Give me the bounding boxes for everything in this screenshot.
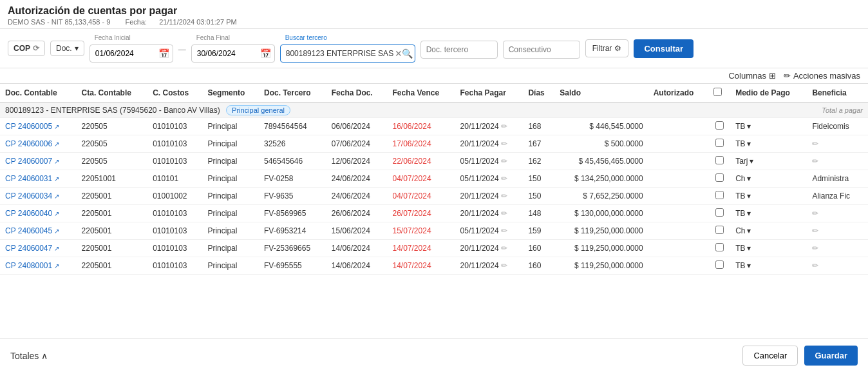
row-checkbox[interactable] — [715, 260, 724, 269]
calendar-icon-2[interactable]: 📅 — [260, 48, 271, 59]
cell-beneficia[interactable]: Fideicomis — [807, 118, 868, 135]
cell-medio-pago[interactable]: TB ▾ — [730, 205, 807, 222]
cell-doc-contable[interactable]: CP 24060040 ↗ — [0, 205, 77, 222]
cell-doc-contable[interactable]: CP 24060031 ↗ — [0, 170, 77, 188]
chevron-down-icon[interactable]: ▾ — [747, 261, 751, 270]
chevron-down-icon[interactable]: ▾ — [747, 226, 751, 235]
row-checkbox[interactable] — [715, 243, 724, 251]
cell-fecha-pagar[interactable]: 05/11/2024 ✏ — [455, 153, 524, 170]
chevron-down-icon[interactable]: ▾ — [747, 139, 751, 148]
edit-fecha-pagar-icon[interactable]: ✏ — [501, 174, 507, 183]
cell-beneficia[interactable]: ✏ — [807, 257, 868, 275]
chevron-down-icon[interactable]: ▾ — [747, 191, 751, 201]
cell-medio-pago[interactable]: TB ▾ — [730, 188, 807, 205]
cell-checkbox[interactable] — [708, 170, 730, 188]
cell-fecha-pagar[interactable]: 05/11/2024 ✏ — [455, 170, 524, 188]
cell-beneficia[interactable]: ✏ — [807, 135, 868, 153]
cell-medio-pago[interactable]: TB ▾ — [730, 135, 807, 153]
row-checkbox[interactable] — [715, 226, 724, 234]
row-checkbox[interactable] — [715, 191, 724, 199]
row-checkbox[interactable] — [715, 121, 724, 130]
cell-fecha-pagar[interactable]: 20/11/2024 ✏ — [455, 205, 524, 222]
cell-medio-pago[interactable]: Ch ▾ — [730, 222, 807, 240]
chevron-down-icon[interactable]: ▾ — [747, 122, 751, 131]
cell-fecha-pagar[interactable]: 20/11/2024 ✏ — [455, 240, 524, 257]
doc-contable-link[interactable]: CP 24060045 ↗ — [5, 226, 71, 235]
edit-fecha-pagar-icon[interactable]: ✏ — [501, 244, 507, 253]
doc-contable-link[interactable]: CP 24060007 ↗ — [5, 157, 71, 166]
edit-beneficia-icon[interactable]: ✏ — [812, 226, 818, 235]
cop-badge[interactable]: COP ⟳ — [8, 41, 45, 56]
calendar-icon[interactable]: 📅 — [158, 48, 169, 59]
doc-contable-link[interactable]: CP 24060005 ↗ — [5, 122, 71, 131]
consecutivo-input[interactable] — [503, 41, 580, 59]
filtrar-button[interactable]: Filtrar ⚙ — [585, 39, 629, 57]
doc-contable-link[interactable]: CP 24060034 ↗ — [5, 191, 71, 201]
chevron-down-icon[interactable]: ▾ — [750, 157, 753, 166]
cell-doc-contable[interactable]: CP 24060045 ↗ — [0, 222, 77, 240]
chevron-down-icon[interactable]: ▾ — [747, 209, 751, 218]
cell-medio-pago[interactable]: Ch ▾ — [730, 170, 807, 188]
edit-fecha-pagar-icon[interactable]: ✏ — [501, 226, 507, 235]
row-checkbox[interactable] — [715, 208, 724, 217]
cell-medio-pago[interactable]: TB ▾ — [730, 257, 807, 275]
col-checkbox-header[interactable] — [708, 84, 730, 103]
doc-select[interactable]: Doc. ▾ — [50, 41, 84, 56]
cell-beneficia[interactable]: ✏ — [807, 222, 868, 240]
row-checkbox[interactable] — [715, 156, 724, 164]
edit-beneficia-icon[interactable]: ✏ — [812, 261, 818, 270]
cell-fecha-pagar[interactable]: 20/11/2024 ✏ — [455, 188, 524, 205]
cell-beneficia[interactable]: ✏ — [807, 240, 868, 257]
cell-doc-contable[interactable]: CP 24060047 ↗ — [0, 240, 77, 257]
edit-beneficia-icon[interactable]: ✏ — [812, 244, 818, 253]
edit-beneficia-icon[interactable]: ✏ — [812, 139, 818, 148]
edit-beneficia-icon[interactable]: ✏ — [812, 209, 818, 218]
row-checkbox[interactable] — [715, 173, 724, 182]
cell-medio-pago[interactable]: Tarj ▾ — [730, 153, 807, 170]
chevron-down-icon[interactable]: ▾ — [747, 174, 751, 183]
edit-fecha-pagar-icon[interactable]: ✏ — [501, 122, 507, 131]
cell-checkbox[interactable] — [708, 222, 730, 240]
cell-fecha-pagar[interactable]: 20/11/2024 ✏ — [455, 257, 524, 275]
columnas-button[interactable]: Columnas ⊞ — [728, 71, 776, 81]
cell-checkbox[interactable] — [708, 153, 730, 170]
doc-tercero-input[interactable] — [420, 41, 498, 59]
cell-beneficia[interactable]: Alianza Fic — [807, 188, 868, 205]
cell-checkbox[interactable] — [708, 205, 730, 222]
doc-contable-link[interactable]: CP 24060006 ↗ — [5, 139, 71, 148]
edit-fecha-pagar-icon[interactable]: ✏ — [501, 191, 507, 201]
cell-beneficia[interactable]: ✏ — [807, 205, 868, 222]
edit-fecha-pagar-icon[interactable]: ✏ — [501, 139, 507, 148]
doc-contable-link[interactable]: CP 24060040 ↗ — [5, 209, 71, 218]
cell-doc-contable[interactable]: CP 24060006 ↗ — [0, 135, 77, 153]
cell-fecha-pagar[interactable]: 20/11/2024 ✏ — [455, 118, 524, 135]
cell-doc-contable[interactable]: CP 24060007 ↗ — [0, 153, 77, 170]
chevron-down-icon[interactable]: ▾ — [747, 244, 751, 253]
cell-fecha-pagar[interactable]: 20/11/2024 ✏ — [455, 135, 524, 153]
cell-beneficia[interactable]: ✏ — [807, 153, 868, 170]
cell-checkbox[interactable] — [708, 188, 730, 205]
edit-beneficia-icon[interactable]: ✏ — [812, 157, 818, 166]
consultar-button[interactable]: Consultar — [634, 39, 693, 58]
doc-contable-link[interactable]: CP 24080001 ↗ — [5, 261, 71, 270]
edit-fecha-pagar-icon[interactable]: ✏ — [501, 157, 507, 166]
doc-contable-link[interactable]: CP 24060031 ↗ — [5, 174, 71, 183]
cell-doc-contable[interactable]: CP 24060005 ↗ — [0, 118, 77, 135]
cell-medio-pago[interactable]: TB ▾ — [730, 118, 807, 135]
cell-doc-contable[interactable]: CP 24080001 ↗ — [0, 257, 77, 275]
cell-checkbox[interactable] — [708, 118, 730, 135]
cell-checkbox[interactable] — [708, 135, 730, 153]
search-icon[interactable]: 🔍 — [402, 48, 413, 59]
row-checkbox[interactable] — [715, 139, 724, 147]
cell-medio-pago[interactable]: TB ▾ — [730, 240, 807, 257]
cell-checkbox[interactable] — [708, 240, 730, 257]
cell-fecha-pagar[interactable]: 05/11/2024 ✏ — [455, 222, 524, 240]
edit-fecha-pagar-icon[interactable]: ✏ — [501, 209, 507, 218]
cell-beneficia[interactable]: Administra — [807, 170, 868, 188]
acciones-masivas-button[interactable]: ✏ Acciones masivas — [784, 71, 860, 81]
select-all-checkbox[interactable] — [713, 88, 722, 96]
cell-checkbox[interactable] — [708, 257, 730, 275]
edit-fecha-pagar-icon[interactable]: ✏ — [501, 261, 507, 270]
cell-doc-contable[interactable]: CP 24060034 ↗ — [0, 188, 77, 205]
doc-contable-link[interactable]: CP 24060047 ↗ — [5, 244, 71, 253]
